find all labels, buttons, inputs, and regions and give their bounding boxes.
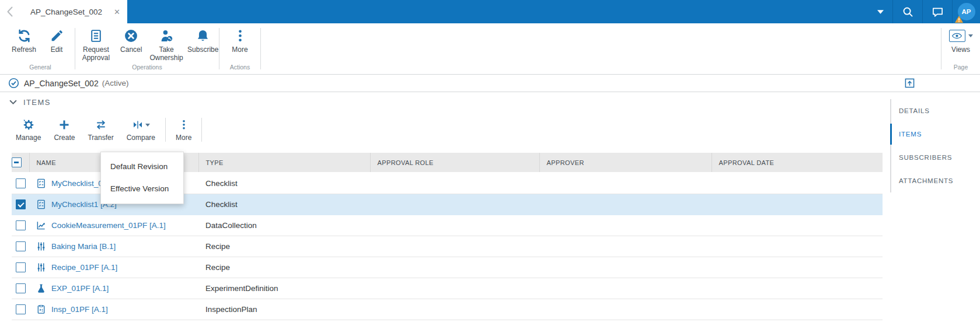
- toolbar-separator: [201, 118, 202, 142]
- select-all-checkbox[interactable]: [12, 157, 22, 167]
- approver-cell: [539, 215, 712, 236]
- item-name-link[interactable]: Recipe_01PF [A.1]: [51, 263, 117, 272]
- ribbon-button-refresh[interactable]: Refresh: [9, 28, 39, 54]
- open-panel-icon[interactable]: [905, 78, 915, 88]
- table-row: Insp_01PF [A.1]InspectionPlan: [12, 299, 883, 320]
- items-toolbar-manage-button[interactable]: Manage: [9, 118, 47, 142]
- sidebar-tab-label: ITEMS: [899, 131, 922, 138]
- approval-role-cell: [370, 257, 539, 278]
- ribbon-group-operations: Request ApprovalCancelTake OwnershipSubs…: [75, 23, 219, 74]
- item-name-link[interactable]: MyChecklist_0: [51, 179, 103, 188]
- item-name-link[interactable]: Baking Maria [B.1]: [51, 242, 116, 251]
- items-toolbar-compare-button[interactable]: Compare: [120, 118, 162, 142]
- ribbon-button-label: Subscribe: [187, 46, 218, 54]
- approver-cell: [539, 278, 712, 299]
- row-checkbox-cell: [12, 257, 29, 278]
- tab-close-icon[interactable]: ✕: [109, 8, 120, 16]
- select-all-header-cell: [12, 153, 29, 173]
- row-checkbox[interactable]: [16, 241, 26, 251]
- approver-cell: [539, 299, 712, 320]
- table-row: Baking Maria [B.1]Recipe: [12, 236, 883, 257]
- sidebar-tab-details[interactable]: DETAILS: [891, 99, 980, 122]
- ribbon-button-request-approval[interactable]: Request Approval: [75, 28, 117, 62]
- subscribe-bell-icon: [196, 28, 210, 44]
- approval-date-cell: [712, 278, 883, 299]
- approval-role-cell: [370, 215, 539, 236]
- toolbar-separator: [165, 118, 166, 142]
- top-bar: AP_ChangeSet_002 ✕ AP: [0, 0, 980, 23]
- type-cell: Checklist: [198, 194, 370, 215]
- search-icon[interactable]: [893, 0, 922, 23]
- sidebar-tab-attachments[interactable]: ATTACHMENTS: [891, 169, 980, 192]
- column-header-type[interactable]: TYPE: [198, 153, 370, 173]
- type-cell: ExperimentDefinition: [198, 278, 370, 299]
- approver-cell: [539, 173, 712, 194]
- ribbon-group-page: ViewsPage: [941, 23, 980, 74]
- item-name-link[interactable]: CookieMeasurement_01PF [A.1]: [51, 221, 166, 230]
- table-row: CookieMeasurement_01PF [A.1]DataCollecti…: [12, 215, 883, 236]
- menu-item-default-revision[interactable]: Default Revision: [101, 156, 183, 178]
- section-title: ITEMS: [23, 98, 51, 107]
- status-check-circle-icon: [8, 78, 19, 89]
- ribbon-button-more[interactable]: More: [225, 28, 254, 54]
- request-approval-document-icon: [89, 28, 103, 44]
- avatar[interactable]: AP: [953, 0, 980, 23]
- approval-date-cell: [712, 194, 883, 215]
- approval-date-cell: [712, 173, 883, 194]
- back-chevron-icon[interactable]: [0, 6, 20, 17]
- name-cell: Baking Maria [B.1]: [29, 236, 198, 257]
- type-cell: Recipe: [198, 236, 370, 257]
- column-header-approver[interactable]: APPROVER: [539, 153, 712, 173]
- items-toolbar-transfer-button[interactable]: Transfer: [81, 118, 120, 142]
- row-checkbox[interactable]: [16, 178, 26, 188]
- row-checkbox[interactable]: [16, 220, 26, 230]
- topbar-dropdown-caret-icon[interactable]: [868, 0, 892, 23]
- chevron-down-icon: [9, 100, 17, 105]
- views-caret-icon[interactable]: [968, 34, 973, 37]
- row-checkbox[interactable]: [16, 283, 26, 293]
- name-cell: EXP_01PF [A.1]: [29, 278, 198, 299]
- row-checkbox-cell: [12, 278, 29, 299]
- type-cell: Recipe: [198, 257, 370, 278]
- ribbon-button-edit[interactable]: Edit: [42, 28, 71, 54]
- type-cell: Checklist: [198, 173, 370, 194]
- recipe-sliders-icon: [36, 241, 46, 251]
- ribbon-button-take-ownership[interactable]: Take Ownership: [146, 28, 187, 62]
- sidebar-tab-subscribers[interactable]: SUBSCRIBERS: [891, 146, 980, 169]
- checklist-icon: [36, 199, 46, 209]
- item-name-link[interactable]: Insp_01PF [A.1]: [51, 305, 108, 314]
- row-checkbox-cell: [12, 173, 29, 194]
- ribbon-group-actions: MoreActions: [219, 23, 260, 74]
- sidebar-tab-items[interactable]: ITEMS: [891, 122, 980, 146]
- column-header-approval-date[interactable]: APPROVAL DATE: [712, 153, 883, 173]
- ribbon-button-views[interactable]: Views: [946, 28, 975, 54]
- row-checkbox[interactable]: [16, 199, 26, 209]
- ribbon-button-subscribe[interactable]: Subscribe: [187, 28, 219, 54]
- row-checkbox[interactable]: [16, 262, 26, 272]
- warning-icon: [955, 15, 963, 22]
- items-toolbar-button-label: Create: [54, 134, 75, 142]
- take-ownership-person-icon: [159, 28, 174, 44]
- views-eye-icon: [949, 30, 965, 42]
- more-ellipsis-icon: [233, 28, 247, 44]
- ribbon-button-cancel[interactable]: Cancel: [117, 28, 146, 54]
- ribbon-group-general: RefreshEditGeneral: [6, 23, 75, 74]
- row-checkbox-cell: [12, 194, 29, 215]
- ribbon-button-label: Views: [951, 46, 970, 54]
- item-name-link[interactable]: EXP_01PF [A.1]: [51, 284, 109, 293]
- items-toolbar-create-button[interactable]: Create: [47, 118, 81, 142]
- ribbon-spacer: [261, 23, 941, 74]
- items-toolbar-more-button[interactable]: More: [169, 118, 198, 142]
- menu-item-effective-version[interactable]: Effective Version: [101, 178, 183, 200]
- row-checkbox[interactable]: [16, 304, 26, 314]
- ribbon-button-label: More: [232, 46, 247, 54]
- feedback-chat-icon[interactable]: [923, 0, 952, 23]
- items-toolbar-button-label: More: [176, 134, 191, 142]
- document-tab[interactable]: AP_ChangeSet_002 ✕: [20, 0, 127, 23]
- row-checkbox-cell: [12, 299, 29, 320]
- more-ellipsis-icon: [178, 118, 190, 132]
- compare-caret-icon[interactable]: [145, 124, 150, 127]
- data-collection-chart-icon: [36, 220, 46, 230]
- items-section-header[interactable]: ITEMS: [9, 98, 51, 107]
- column-header-approval-role[interactable]: APPROVAL ROLE: [370, 153, 539, 173]
